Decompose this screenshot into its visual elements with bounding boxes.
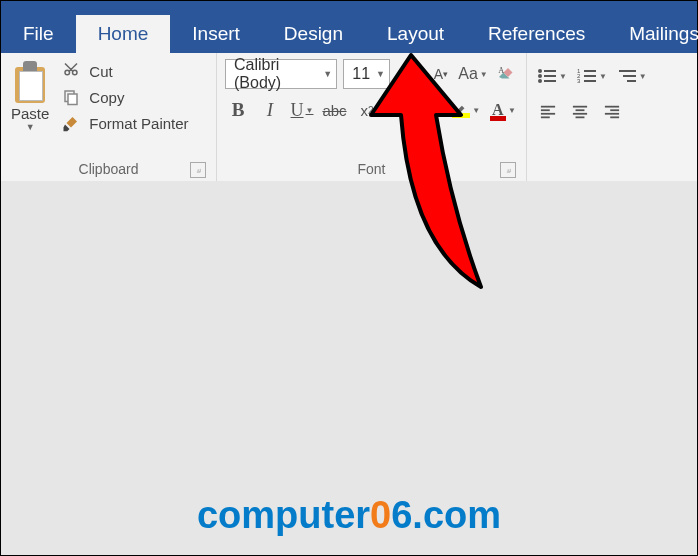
bullets-icon	[537, 67, 557, 85]
align-center-icon	[570, 104, 590, 120]
align-center-button[interactable]	[567, 99, 593, 125]
svg-rect-1	[68, 94, 77, 105]
text-effects-button[interactable]: A▼	[418, 97, 445, 123]
cut-button[interactable]: Cut	[61, 61, 188, 81]
align-right-button[interactable]	[599, 99, 625, 125]
svg-point-3	[538, 69, 542, 73]
font-color-button[interactable]: A▼	[488, 97, 518, 123]
clear-formatting-button[interactable]: A	[492, 61, 518, 87]
group-paragraph: ▼ 1 2 3 ▼ ▼	[527, 53, 697, 181]
italic-button[interactable]: I	[257, 97, 283, 123]
svg-point-7	[538, 79, 542, 83]
bold-button[interactable]: B	[225, 97, 251, 123]
paintbrush-icon	[61, 113, 81, 133]
svg-point-5	[538, 74, 542, 78]
ribbon-tabs: File Home Insert Design Layout Reference…	[1, 11, 697, 53]
copy-icon	[61, 87, 81, 107]
group-font-label: Font	[357, 161, 385, 177]
subscript-button[interactable]: x2	[354, 97, 380, 123]
svg-text:A: A	[498, 66, 504, 75]
font-size-value: 11	[352, 65, 370, 83]
clipboard-dialog-launcher[interactable]: ⟓	[190, 162, 206, 178]
title-bar	[1, 1, 697, 11]
ribbon: Paste ▼ Cut Copy	[1, 53, 697, 182]
highlight-icon	[452, 102, 470, 118]
cut-label: Cut	[89, 63, 112, 80]
bullets-button[interactable]: ▼	[535, 63, 569, 89]
format-painter-label: Format Painter	[89, 115, 188, 132]
change-case-button[interactable]: Aa▼	[460, 61, 486, 87]
tab-file[interactable]: File	[1, 15, 76, 53]
font-name-value: Calibri (Body)	[234, 56, 317, 92]
tab-references[interactable]: References	[466, 15, 607, 53]
group-clipboard-label: Clipboard	[79, 161, 139, 177]
watermark-part1: computer	[197, 494, 370, 536]
align-left-button[interactable]	[535, 99, 561, 125]
shrink-font-button[interactable]: A▾	[428, 61, 454, 87]
tab-mailings[interactable]: Mailings	[607, 15, 698, 53]
font-name-combo[interactable]: Calibri (Body) ▼	[225, 59, 337, 89]
watermark-link[interactable]: computer06.com	[197, 494, 501, 537]
numbering-button[interactable]: 1 2 3 ▼	[575, 63, 609, 89]
font-dialog-launcher[interactable]: ⟓	[500, 162, 516, 178]
numbering-icon: 1 2 3	[577, 67, 597, 85]
multilevel-icon	[617, 67, 637, 85]
tab-layout[interactable]: Layout	[365, 15, 466, 53]
tab-home[interactable]: Home	[76, 15, 171, 53]
paste-button[interactable]: Paste ▼	[9, 59, 55, 159]
underline-button[interactable]: U▼	[289, 97, 315, 123]
font-size-combo[interactable]: 11 ▼	[343, 59, 390, 89]
group-clipboard: Paste ▼ Cut Copy	[1, 53, 217, 181]
strikethrough-button[interactable]: abc	[321, 97, 348, 123]
highlight-color-button[interactable]: ▼	[451, 97, 481, 123]
font-color-icon: A	[490, 101, 507, 119]
group-font: Calibri (Body) ▼ 11 ▼ A▴ A▾ Aa▼ A B	[217, 53, 527, 181]
format-painter-button[interactable]: Format Painter	[61, 113, 188, 133]
copy-button[interactable]: Copy	[61, 87, 188, 107]
chevron-down-icon: ▼	[323, 69, 332, 79]
watermark-part2: 6.com	[391, 494, 501, 536]
paste-dropdown-icon[interactable]: ▼	[11, 122, 49, 132]
paste-label: Paste	[11, 105, 49, 122]
align-right-icon	[602, 104, 622, 120]
app-window: File Home Insert Design Layout Reference…	[0, 0, 698, 556]
align-left-icon	[538, 104, 558, 120]
grow-font-button[interactable]: A▴	[396, 61, 422, 87]
chevron-down-icon: ▼	[376, 69, 385, 79]
tab-design[interactable]: Design	[262, 15, 365, 53]
multilevel-list-button[interactable]: ▼	[615, 63, 649, 89]
superscript-button[interactable]: x2	[386, 97, 412, 123]
scissors-icon	[61, 61, 81, 81]
tab-insert[interactable]: Insert	[170, 15, 262, 53]
watermark-zero: 0	[370, 494, 391, 536]
copy-label: Copy	[89, 89, 124, 106]
paste-icon	[13, 61, 47, 103]
svg-text:3: 3	[577, 78, 581, 84]
